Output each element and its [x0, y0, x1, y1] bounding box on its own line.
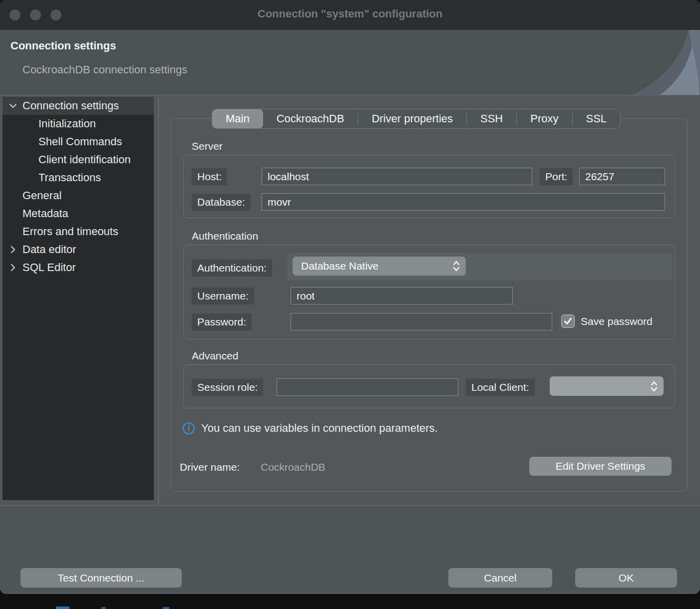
info-message: You can use variables in connection para…	[201, 422, 438, 435]
title-bar: Connection "system" configuration	[0, 0, 700, 30]
ok-button[interactable]: OK	[575, 568, 677, 588]
server-group: Host: Port: Database:	[183, 155, 675, 218]
tree-item-sql-editor[interactable]: SQL Editor	[2, 259, 154, 277]
chevron-down-icon[interactable]	[8, 101, 18, 111]
host-label: Host:	[192, 168, 227, 185]
database-input[interactable]	[262, 193, 665, 211]
local-client-select[interactable]	[550, 376, 664, 396]
header-decoration-arcs	[613, 30, 700, 95]
info-icon: i	[183, 422, 195, 434]
host-input[interactable]	[262, 168, 532, 185]
tab-main[interactable]: Main	[212, 109, 263, 129]
tree-item-errors-and-timeouts[interactable]: Errors and timeouts	[2, 223, 154, 241]
tree-item-label: Initialization	[38, 117, 96, 130]
tree-item-label: Client identification	[38, 153, 131, 166]
test-connection-button[interactable]: Test Connection ...	[20, 568, 182, 588]
desktop-dock-sliver	[163, 607, 169, 609]
tree-item-label: Metadata	[22, 207, 68, 220]
cancel-button[interactable]: Cancel	[448, 568, 552, 588]
tab-driver-properties[interactable]: Driver properties	[358, 109, 466, 129]
tab-bar: Main CockroachDB Driver properties SSH P…	[212, 109, 621, 129]
password-input[interactable]	[291, 313, 552, 330]
desktop-dock-sliver	[56, 607, 69, 609]
tree-item-label: Shell Commands	[38, 135, 122, 148]
tree-item-label: SQL Editor	[22, 261, 76, 274]
tree-item-initialization[interactable]: Initialization	[2, 115, 154, 133]
port-label: Port:	[540, 168, 573, 185]
session-role-input[interactable]	[277, 378, 458, 396]
desktop-dock-sliver	[101, 607, 106, 609]
authentication-method-select[interactable]: Database Native	[293, 257, 466, 276]
tab-proxy[interactable]: Proxy	[517, 109, 572, 129]
advanced-group-legend: Advanced	[192, 350, 238, 362]
tree-item-general[interactable]: General	[2, 187, 154, 205]
check-icon	[564, 317, 572, 325]
driver-name-value: CockroachDB	[261, 461, 326, 473]
tree-item-label: Data editor	[22, 243, 76, 256]
advanced-group: Session role: Local Client:	[183, 364, 675, 408]
dialog-footer: Test Connection ... Cancel OK	[0, 505, 700, 594]
connection-configuration-dialog: Connection "system" configuration Connec…	[0, 0, 700, 594]
authentication-group-legend: Authentication	[192, 230, 258, 242]
dialog-header: Connection settings CockroachDB connecti…	[0, 30, 700, 95]
tab-ssh[interactable]: SSH	[467, 109, 516, 129]
sidebar-divider	[158, 96, 159, 505]
edit-driver-settings-button[interactable]: Edit Driver Settings	[529, 457, 672, 476]
username-label: Username:	[192, 288, 254, 304]
tree-item-label: Connection settings	[22, 99, 119, 112]
local-client-label: Local Client:	[466, 379, 535, 396]
username-input[interactable]	[291, 287, 513, 304]
tree-item-label: Transactions	[38, 171, 101, 184]
tree-item-label: General	[22, 189, 61, 202]
main-area: Connection settings Initialization Shell…	[0, 96, 700, 505]
tree-item-client-identification[interactable]: Client identification	[2, 151, 154, 169]
window-title: Connection "system" configuration	[0, 7, 700, 20]
driver-name-label: Driver name:	[180, 461, 240, 473]
combo-chevrons-icon	[651, 380, 658, 392]
server-group-legend: Server	[192, 140, 223, 152]
session-role-label: Session role:	[192, 379, 263, 396]
authentication-method-label: Authentication:	[192, 260, 272, 277]
authentication-method-value: Database Native	[301, 260, 378, 272]
tab-cockroachdb[interactable]: CockroachDB	[263, 109, 358, 129]
page-title: Connection settings	[10, 39, 116, 52]
save-password-label[interactable]: Save password	[581, 315, 669, 327]
database-label: Database:	[192, 194, 251, 211]
port-input[interactable]	[579, 168, 665, 185]
tree-item-label: Errors and timeouts	[22, 225, 118, 238]
tree-item-connection-settings[interactable]: Connection settings	[2, 97, 154, 115]
tree-item-data-editor[interactable]: Data editor	[2, 241, 154, 259]
tree-item-transactions[interactable]: Transactions	[2, 169, 154, 187]
tab-ssl[interactable]: SSL	[573, 109, 621, 129]
password-label: Password:	[192, 313, 252, 330]
save-password-checkbox[interactable]	[561, 314, 575, 328]
settings-tree: Connection settings Initialization Shell…	[2, 97, 154, 500]
combo-chevrons-icon	[453, 260, 460, 272]
tree-item-shell-commands[interactable]: Shell Commands	[2, 133, 154, 151]
tree-item-metadata[interactable]: Metadata	[2, 205, 154, 223]
authentication-group: Authentication: Database Native Username…	[183, 245, 675, 339]
chevron-right-icon[interactable]	[8, 245, 18, 255]
chevron-right-icon[interactable]	[8, 263, 18, 273]
page-subtitle: CockroachDB connection settings	[22, 63, 187, 76]
